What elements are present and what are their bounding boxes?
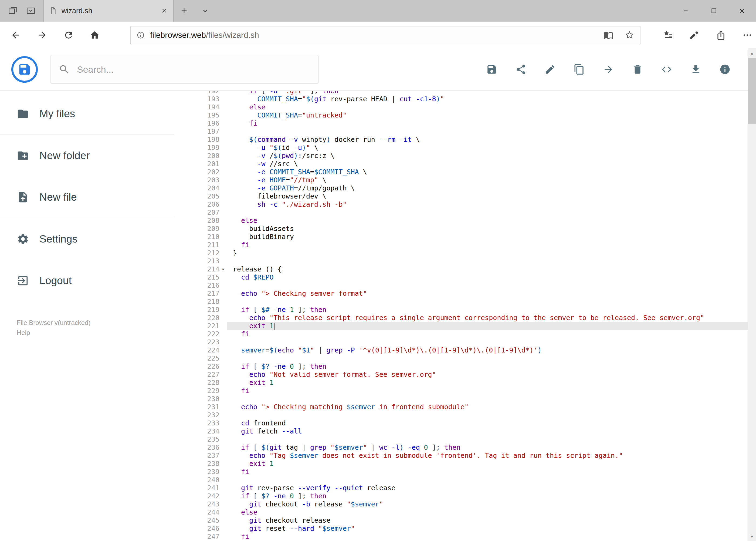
tab-preview-icon[interactable] (26, 6, 36, 16)
annotate-pen-icon[interactable] (686, 26, 703, 44)
code-line-243[interactable]: 243 git checkout -b release "$semver" (197, 500, 748, 508)
code-line-239[interactable]: 239 fi (197, 468, 748, 476)
favorite-star-icon[interactable] (625, 30, 634, 40)
code-editor[interactable]: 192 if [ -d ".git" ]; then193 COMMIT_SHA… (197, 91, 748, 541)
code-line-204[interactable]: 204 -e GOPATH=//tmp/gopath \ (197, 184, 748, 192)
reading-view-icon[interactable] (604, 30, 613, 40)
download-button[interactable] (690, 64, 701, 75)
more-options-icon[interactable] (739, 26, 756, 44)
sidebar-item-my-files[interactable]: My files (0, 93, 197, 135)
code-line-238[interactable]: 238 exit 1 (197, 460, 748, 468)
close-button[interactable] (728, 0, 756, 22)
code-line-225[interactable]: 225 (197, 354, 748, 362)
save-button[interactable] (486, 64, 497, 75)
search-box[interactable] (50, 55, 319, 84)
code-line-232[interactable]: 232 (197, 411, 748, 419)
code-line-231[interactable]: 231 echo "> Checking matching $semver in… (197, 403, 748, 411)
code-line-209[interactable]: 209 buildAssets (197, 225, 748, 233)
code-line-219[interactable]: 219 if [ $# -ne 1 ]; then (197, 306, 748, 314)
code-line-235[interactable]: 235 (197, 435, 748, 443)
sidebar-item-new-folder[interactable]: New folder (0, 135, 197, 176)
tab-list-chevron-icon[interactable] (195, 0, 216, 22)
code-line-217[interactable]: 217 echo "> Checking semver format" (197, 289, 748, 297)
code-line-205[interactable]: 205 filebrowser/dev \ (197, 192, 748, 201)
code-line-196[interactable]: 196 fi (197, 119, 748, 128)
share-page-icon[interactable] (712, 26, 730, 44)
sidebar-item-logout[interactable]: Logout (0, 260, 197, 301)
browser-tab[interactable]: wizard.sh (44, 0, 173, 22)
code-line-233[interactable]: 233 cd frontend (197, 419, 748, 427)
code-line-207[interactable]: 207 (197, 209, 748, 217)
code-line-197[interactable]: 197 (197, 128, 748, 136)
code-line-245[interactable]: 245 git checkout release (197, 516, 748, 525)
tab-close-icon[interactable] (161, 7, 168, 14)
maximize-button[interactable] (700, 0, 728, 22)
favorites-hub-icon[interactable] (659, 26, 677, 44)
code-line-199[interactable]: 199 -u "$(id -u)" \ (197, 144, 748, 152)
code-line-246[interactable]: 246 git reset --hard "$semver" (197, 525, 748, 533)
code-line-195[interactable]: 195 COMMIT_SHA="untracked" (197, 111, 748, 119)
code-line-218[interactable]: 218 (197, 297, 748, 306)
code-line-227[interactable]: 227 echo "Not valid semver format. See s… (197, 370, 748, 379)
code-line-212[interactable]: 212} (197, 249, 748, 257)
code-line-229[interactable]: 229 fi (197, 387, 748, 395)
edit-button[interactable] (544, 64, 556, 75)
url-bar[interactable]: filebrowser.web/files/wizard.sh (130, 26, 640, 44)
sidebar-item-settings[interactable]: Settings (0, 218, 197, 260)
forward-icon[interactable] (34, 26, 51, 44)
set-tabs-aside-icon[interactable] (8, 6, 18, 16)
refresh-icon[interactable] (60, 26, 77, 44)
code-line-241[interactable]: 241 git rev-parse --verify --quiet relea… (197, 484, 748, 492)
code-line-224[interactable]: 224 semver=$(echo "$1" | grep -P '^v(0|[… (197, 346, 748, 354)
copy-button[interactable] (574, 64, 585, 75)
code-line-222[interactable]: 222 fi (197, 330, 748, 338)
search-input[interactable] (77, 64, 310, 75)
code-line-236[interactable]: 236 if [ $(git tag | grep "$semver" | wc… (197, 443, 748, 452)
code-line-234[interactable]: 234 git fetch --all (197, 427, 748, 435)
code-line-237[interactable]: 237 echo "Tag $semver does not exist in … (197, 452, 748, 460)
home-icon[interactable] (86, 26, 104, 44)
code-line-213[interactable]: 213 (197, 257, 748, 265)
code-button[interactable] (661, 64, 672, 75)
code-line-206[interactable]: 206 sh -c "./wizard.sh -b" (197, 201, 748, 209)
filebrowser-logo[interactable] (11, 56, 38, 83)
code-line-230[interactable]: 230 (197, 395, 748, 403)
info-button[interactable] (719, 64, 731, 75)
code-line-200[interactable]: 200 -v /$(pwd):/src:z \ (197, 152, 748, 160)
code-line-247[interactable]: 247 fi (197, 533, 748, 541)
scrollbar-down-icon[interactable]: ▼ (748, 532, 756, 541)
code-line-210[interactable]: 210 buildBinary (197, 233, 748, 241)
code-line-201[interactable]: 201 -w //src \ (197, 160, 748, 168)
code-line-216[interactable]: 216 (197, 281, 748, 289)
help-link[interactable]: Help (17, 327, 197, 337)
code-line-215[interactable]: 215 cd $REPO (197, 273, 748, 281)
code-line-208[interactable]: 208 else (197, 217, 748, 225)
delete-button[interactable] (632, 64, 643, 75)
fold-marker-icon[interactable]: ▾ (219, 265, 227, 273)
code-line-226[interactable]: 226 if [ $? -ne 0 ]; then (197, 362, 748, 370)
move-button[interactable] (603, 64, 614, 75)
sidebar-item-new-file[interactable]: New file (0, 176, 197, 218)
share-button[interactable] (515, 64, 527, 75)
code-line-214[interactable]: 214▾release () { (197, 265, 748, 273)
site-info-icon[interactable] (136, 31, 145, 39)
code-line-244[interactable]: 244 else (197, 508, 748, 516)
code-line-211[interactable]: 211 fi (197, 241, 748, 249)
minimize-button[interactable] (672, 0, 700, 22)
code-line-223[interactable]: 223 (197, 338, 748, 346)
code-line-220[interactable]: 220 echo "This release script requires a… (197, 314, 748, 322)
code-line-228[interactable]: 228 exit 1 (197, 379, 748, 387)
code-line-198[interactable]: 198 $(command -v winpty) docker run --rm… (197, 136, 748, 144)
code-line-221[interactable]: 221 exit 1 (197, 322, 748, 330)
back-icon[interactable] (7, 26, 24, 44)
code-line-242[interactable]: 242 if [ $? -ne 0 ]; then (197, 492, 748, 500)
scrollbar-thumb[interactable] (748, 58, 756, 124)
scrollbar-up-icon[interactable]: ▲ (748, 48, 756, 58)
code-line-202[interactable]: 202 -e COMMIT_SHA=$COMMIT_SHA \ (197, 168, 748, 176)
code-line-192[interactable]: 192 if [ -d ".git" ]; then (197, 91, 748, 95)
code-line-193[interactable]: 193 COMMIT_SHA="$(git rev-parse HEAD | c… (197, 95, 748, 103)
code-line-240[interactable]: 240 (197, 476, 748, 484)
new-tab-button[interactable] (173, 0, 195, 22)
code-line-203[interactable]: 203 -e HOME="//tmp" \ (197, 176, 748, 184)
code-line-194[interactable]: 194 else (197, 103, 748, 111)
